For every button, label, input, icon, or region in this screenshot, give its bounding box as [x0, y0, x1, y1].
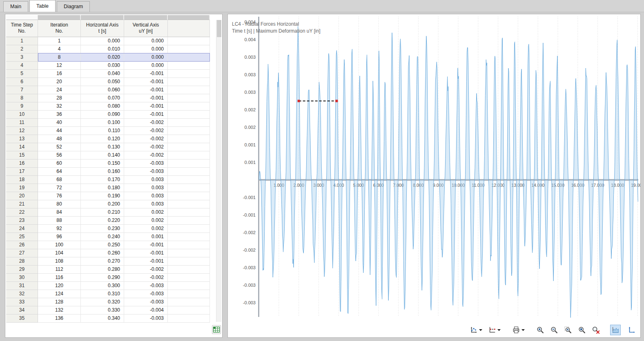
strip-cell[interactable]: [38, 15, 81, 20]
zoom-full-button[interactable]: [577, 325, 587, 335]
table-cell[interactable]: 9: [6, 102, 38, 111]
table-cell[interactable]: 24: [38, 86, 81, 94]
table-cell[interactable]: 0.280: [81, 266, 124, 274]
table-cell[interactable]: 136: [38, 314, 81, 323]
table-cell[interactable]: -0.002: [124, 151, 168, 159]
table-cell[interactable]: 0.110: [81, 127, 124, 135]
table-cell[interactable]: 48: [38, 135, 81, 143]
header-time-step[interactable]: Time Step No.: [6, 20, 38, 37]
table-cell[interactable]: 0.160: [81, 168, 124, 176]
table-cell[interactable]: 120: [38, 282, 81, 290]
table-cell[interactable]: [168, 233, 210, 241]
table-row[interactable]: 5160.040-0.001: [6, 70, 210, 78]
table-cell[interactable]: 14: [6, 143, 38, 151]
table-row[interactable]: 19720.1800.003: [6, 184, 210, 192]
table-cell[interactable]: 0.003: [124, 200, 168, 208]
table-cell[interactable]: [168, 314, 210, 323]
table-cell[interactable]: [168, 192, 210, 200]
table-cell[interactable]: [168, 111, 210, 119]
table-cell[interactable]: 21: [6, 200, 38, 208]
table-row[interactable]: 11400.100-0.002: [6, 119, 210, 127]
table-row[interactable]: 351360.340-0.003: [6, 314, 210, 323]
table-cell[interactable]: 5: [6, 70, 38, 78]
table-row[interactable]: 341320.330-0.004: [6, 306, 210, 314]
print-button[interactable]: [511, 325, 526, 335]
table-cell[interactable]: 44: [38, 127, 81, 135]
table-cell[interactable]: 12: [6, 127, 38, 135]
table-cell[interactable]: 1: [38, 37, 81, 45]
table-cell[interactable]: 0.210: [81, 208, 124, 217]
table-cell[interactable]: 0.010: [81, 45, 124, 53]
table-cell[interactable]: 0.310: [81, 290, 124, 298]
table-cell[interactable]: 8: [6, 94, 38, 102]
table-cell[interactable]: -0.002: [124, 143, 168, 151]
table-cell[interactable]: 0.002: [124, 225, 168, 233]
table-cell[interactable]: -0.001: [124, 94, 168, 102]
table-cell[interactable]: 28: [6, 257, 38, 266]
table-cell[interactable]: 4: [38, 45, 81, 53]
table-cell[interactable]: 7: [6, 86, 38, 94]
table-cell[interactable]: 15: [6, 151, 38, 159]
table-cell[interactable]: -0.003: [124, 314, 168, 323]
table-cell[interactable]: -0.003: [124, 298, 168, 306]
table-cell[interactable]: 76: [38, 192, 81, 200]
table-cell[interactable]: [168, 282, 210, 290]
table-cell[interactable]: [168, 159, 210, 168]
scrollbar-thumb[interactable]: [217, 20, 221, 37]
table-cell[interactable]: 100: [38, 241, 81, 249]
table-cell[interactable]: 72: [38, 184, 81, 192]
table-cell[interactable]: 40: [38, 119, 81, 127]
table-row[interactable]: 9320.080-0.001: [6, 102, 210, 111]
table-cell[interactable]: [168, 45, 210, 53]
table-cell[interactable]: -0.001: [124, 241, 168, 249]
table-cell[interactable]: 36: [38, 111, 81, 119]
table-cell[interactable]: 33: [6, 298, 38, 306]
table-cell[interactable]: [168, 225, 210, 233]
table-cell[interactable]: 0.320: [81, 298, 124, 306]
table-cell[interactable]: 26: [6, 241, 38, 249]
strip-cell[interactable]: [168, 15, 210, 20]
zoom-out-button[interactable]: [549, 325, 559, 335]
table-cell[interactable]: 0.200: [81, 200, 124, 208]
table-row[interactable]: 13480.120-0.002: [6, 135, 210, 143]
table-row[interactable]: 291120.280-0.002: [6, 266, 210, 274]
table-cell[interactable]: [168, 176, 210, 184]
table-cell[interactable]: 112: [38, 266, 81, 274]
table-row[interactable]: 321240.310-0.003: [6, 290, 210, 298]
table-cell[interactable]: 124: [38, 290, 81, 298]
table-row[interactable]: 16600.150-0.003: [6, 159, 210, 168]
table-cell[interactable]: 17: [6, 168, 38, 176]
table-cell[interactable]: 0.090: [81, 111, 124, 119]
table-cell[interactable]: -0.002: [124, 266, 168, 274]
table-cell[interactable]: [168, 208, 210, 217]
table-cell[interactable]: 0.050: [81, 78, 124, 86]
table-cell[interactable]: -0.003: [124, 290, 168, 298]
table-cell[interactable]: [168, 37, 210, 45]
table-cell[interactable]: 0.002: [124, 217, 168, 225]
table-cell[interactable]: 0.000: [81, 37, 124, 45]
diagram-settings-button[interactable]: [468, 325, 484, 335]
zoom-in-button[interactable]: [535, 325, 546, 335]
table-cell[interactable]: 0.080: [81, 102, 124, 111]
table-cell[interactable]: 0.130: [81, 143, 124, 151]
table-cell[interactable]: 20: [38, 78, 81, 86]
table-row[interactable]: 18680.1700.003: [6, 176, 210, 184]
table-cell[interactable]: [168, 135, 210, 143]
table-cell[interactable]: 0.290: [81, 274, 124, 282]
table-row[interactable]: 8280.070-0.001: [6, 94, 210, 102]
table-cell[interactable]: 128: [38, 298, 81, 306]
table-cell[interactable]: 56: [38, 151, 81, 159]
table-cell[interactable]: [168, 306, 210, 314]
table-cell[interactable]: 0.000: [124, 53, 168, 62]
marker-settings-button[interactable]: [487, 325, 502, 335]
table-row[interactable]: 10360.090-0.001: [6, 111, 210, 119]
table-cell[interactable]: [168, 217, 210, 225]
table-cell[interactable]: -0.001: [124, 102, 168, 111]
table-cell[interactable]: -0.003: [124, 282, 168, 290]
table-cell[interactable]: 0.030: [81, 62, 124, 70]
table-cell[interactable]: 0.190: [81, 192, 124, 200]
table-cell[interactable]: 52: [38, 143, 81, 151]
table-cell[interactable]: 0.020: [81, 53, 124, 62]
table-cell[interactable]: 0.270: [81, 257, 124, 266]
table-cell[interactable]: 68: [38, 176, 81, 184]
